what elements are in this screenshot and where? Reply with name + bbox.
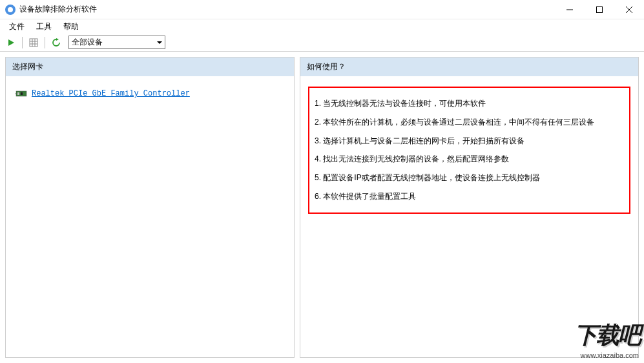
svg-rect-13 (21, 92, 23, 95)
device-filter-value: 全部设备 (72, 37, 103, 48)
svg-rect-1 (597, 6, 603, 12)
help-step: 1. 当无线控制器无法与设备连接时，可使用本软件 (315, 94, 624, 113)
maximize-icon (596, 6, 603, 13)
menu-help[interactable]: 帮助 (58, 20, 84, 34)
window-title: 设备故障排除分析软件 (19, 4, 97, 15)
play-icon (7, 39, 15, 47)
nic-item[interactable]: Realtek PCIe GbE Family Controller (14, 87, 286, 101)
right-panel-header: 如何使用？ (300, 57, 638, 76)
close-icon (626, 6, 632, 13)
help-step: 3. 选择计算机上与设备二层相连的网卡后，开始扫描所有设备 (315, 132, 624, 150)
content-area: 选择网卡 Realtek PCIe GbE Family Controller … (0, 52, 644, 363)
grid-icon (29, 38, 38, 47)
left-panel-header: 选择网卡 (6, 57, 294, 76)
maximize-button[interactable] (585, 0, 614, 19)
titlebar: 设备故障排除分析软件 (0, 0, 644, 19)
toolbar-separator (22, 37, 23, 48)
menu-file[interactable]: 文件 (4, 20, 30, 34)
left-panel: 选择网卡 Realtek PCIe GbE Family Controller (5, 57, 295, 358)
refresh-icon (52, 38, 61, 47)
toolbar: 全部设备 (0, 34, 644, 52)
help-step: 2. 本软件所在的计算机，必须与设备通过二层设备相连，中间不得有任何三层设备 (315, 113, 624, 132)
window-controls (555, 0, 644, 19)
svg-rect-12 (17, 92, 19, 95)
grid-button[interactable] (26, 36, 41, 50)
svg-marker-4 (8, 39, 14, 46)
right-panel: 如何使用？ 1. 当无线控制器无法与设备连接时，可使用本软件 2. 本软件所在的… (300, 57, 639, 358)
svg-rect-5 (30, 39, 37, 47)
help-instructions-box: 1. 当无线控制器无法与设备连接时，可使用本软件 2. 本软件所在的计算机，必须… (308, 87, 630, 214)
app-icon (5, 5, 16, 15)
play-button[interactable] (4, 36, 18, 50)
refresh-button[interactable] (49, 36, 63, 50)
titlebar-left: 设备故障排除分析软件 (5, 4, 97, 15)
chevron-down-icon (157, 41, 162, 44)
nic-icon (15, 89, 28, 98)
toolbar-separator (45, 37, 45, 48)
help-step: 5. 配置设备IP或者配置无线控制器地址，使设备连接上无线控制器 (315, 169, 624, 187)
right-panel-body: 1. 当无线控制器无法与设备连接时，可使用本软件 2. 本软件所在的计算机，必须… (300, 76, 638, 357)
svg-marker-10 (56, 38, 59, 41)
minimize-button[interactable] (555, 0, 585, 19)
nic-link[interactable]: Realtek PCIe GbE Family Controller (32, 89, 190, 98)
device-filter-select[interactable]: 全部设备 (68, 36, 165, 49)
left-panel-body: Realtek PCIe GbE Family Controller (6, 76, 294, 357)
menubar: 文件 工具 帮助 (0, 19, 644, 34)
menu-tools[interactable]: 工具 (31, 20, 57, 34)
minimize-icon (566, 6, 573, 13)
help-step: 6. 本软件提供了批量配置工具 (315, 187, 624, 206)
close-button[interactable] (614, 0, 644, 19)
help-step: 4. 找出无法连接到无线控制器的设备，然后配置网络参数 (315, 150, 624, 169)
